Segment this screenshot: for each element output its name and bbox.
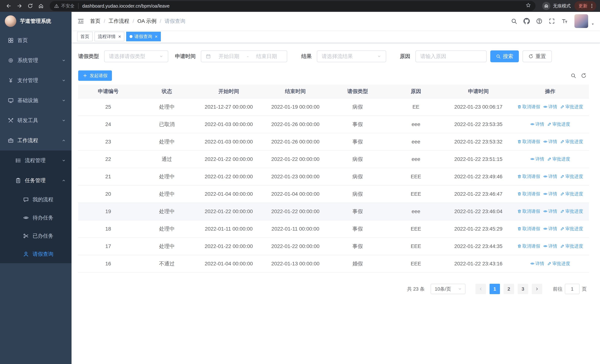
address-bar[interactable]: 不安全 dashboard.yudao.iocoder.cn/bpm/oa/le… [50,1,535,11]
tab-process-detail[interactable]: 流程详情× [94,32,124,41]
table-cell: EEE [386,220,445,238]
cancel-leave-link[interactable]: 取消请假 [517,208,540,214]
detail-link[interactable]: 详情 [530,121,544,127]
cancel-leave-link[interactable]: 取消请假 [517,104,540,110]
fullscreen-button[interactable] [545,12,558,30]
detail-link[interactable]: 详情 [543,208,557,214]
cancel-leave-link[interactable]: 取消请假 [517,243,540,249]
sidebar-menu: 首页系统管理支付管理基础设施研发工具工作流程流程管理任务管理我的流程待办任务已办… [0,30,72,263]
tab-leave-query[interactable]: 请假查询× [126,32,161,41]
page-button[interactable]: 3 [518,284,528,294]
approval-progress-link[interactable]: 审批进度 [560,173,583,179]
detail-link[interactable]: 详情 [543,173,557,179]
detail-link[interactable]: 详情 [530,261,544,267]
approval-progress-link[interactable]: 审批进度 [547,156,570,162]
tab-home[interactable]: 首页 [77,32,93,41]
table-cell: 2022-01-26 00:00:00 [262,133,329,150]
github-button[interactable] [520,12,533,30]
table-cell: 2022-01-22 23:53:32 [445,133,511,150]
create-leave-button[interactable]: 发起请假 [78,70,112,81]
apply-time-range-picker[interactable]: 开始日期 - 结束日期 [201,50,287,62]
font-size-button[interactable] [558,12,571,30]
sidebar-item-system-mgmt[interactable]: 系统管理 [0,50,72,70]
security-chip[interactable]: 不安全 [54,3,79,9]
caret-down-icon[interactable] [591,22,595,26]
table-cell: 22 [78,150,138,168]
table-cell: eee [386,203,445,220]
refresh-table-button[interactable] [579,70,589,81]
column-header: 申请时间 [445,84,511,98]
cancel-leave-link[interactable]: 取消请假 [517,139,540,145]
cancel-leave-link[interactable]: 取消请假 [517,173,540,179]
sidebar-item-leave-query[interactable]: 请假查询 [0,245,72,263]
breadcrumb-item[interactable]: 工作流程 [109,18,129,25]
sidebar-item-infrastructure[interactable]: 基础设施 [0,90,72,111]
help-button[interactable] [533,12,545,30]
sidebar-item-done-tasks[interactable]: 已办任务 [0,227,72,245]
close-icon[interactable]: × [118,34,121,39]
trash-icon [517,226,522,231]
sidebar-item-dev-tools[interactable]: 研发工具 [0,111,72,131]
search-button[interactable]: 搜索 [490,50,519,62]
detail-link[interactable]: 详情 [543,191,557,197]
column-header: 操作 [511,84,589,98]
approval-progress-link[interactable]: 审批进度 [560,139,583,145]
trash-icon [517,104,522,109]
sidebar-item-payment-mgmt[interactable]: 支付管理 [0,70,72,90]
close-icon[interactable]: × [155,34,158,39]
chevron-down-icon [62,118,66,123]
user-avatar[interactable] [574,14,588,28]
sidebar-item-workflow[interactable]: 工作流程 [0,131,72,150]
goto-page-input[interactable] [565,284,580,294]
breadcrumb-item[interactable]: 首页 [90,18,100,25]
sidebar-item-task-mgmt[interactable]: 任务管理 [0,170,72,191]
page-size-select[interactable]: 10条/页 [431,284,466,294]
approval-progress-link[interactable]: 审批进度 [560,208,583,214]
table-cell: 2022-01-22 00:00:00 [196,168,262,185]
browser-back-button[interactable] [4,1,14,11]
browser-home-button[interactable] [36,1,46,11]
reset-button[interactable]: 重置 [523,50,552,62]
approval-progress-link[interactable]: 审批进度 [560,226,583,232]
prev-page-button[interactable] [476,284,486,294]
toggle-search-button[interactable] [568,70,579,81]
sidebar-item-home[interactable]: 首页 [0,30,72,50]
approval-progress-link[interactable]: 审批进度 [547,121,570,127]
browser-reload-button[interactable] [25,1,35,11]
table-cell: 2022-01-22 23:43:16 [445,255,511,272]
approval-progress-link[interactable]: 审批进度 [547,261,570,267]
table-cell: 2022-01-22 23:46:47 [445,185,511,203]
sidebar-item-my-process[interactable]: 我的流程 [0,191,72,209]
detail-link[interactable]: 详情 [530,156,544,162]
sidebar-item-todo-tasks[interactable]: 待办任务 [0,209,72,227]
sidebar-item-process-mgmt[interactable]: 流程管理 [0,150,72,170]
result-select[interactable]: 请选择流结果 [317,50,386,62]
breadcrumb-item[interactable]: OA 示例 [138,18,157,25]
detail-link[interactable]: 详情 [543,104,557,110]
next-page-button[interactable] [532,284,542,294]
bookmark-star-button[interactable] [525,2,531,9]
reason-input[interactable] [415,50,487,62]
page-button[interactable]: 1 [489,284,500,294]
leave-type-placeholder: 请选择请假类型 [109,53,145,60]
cancel-leave-link[interactable]: 取消请假 [517,226,540,232]
page-button[interactable]: 2 [504,284,514,294]
kebab-menu-icon[interactable] [589,3,594,9]
browser-forward-button[interactable] [14,1,24,11]
start-date-placeholder: 开始日期 [213,53,244,60]
leave-type-select[interactable]: 请选择请假类型 [104,50,168,62]
approval-progress-link[interactable]: 审批进度 [560,104,583,110]
table-cell: 2022-01-22 23:49:46 [445,168,511,185]
approval-progress-link[interactable]: 审批进度 [560,243,583,249]
app-logo[interactable]: 芋道管理系统 [0,12,72,30]
header-search-button[interactable] [508,12,520,30]
sidebar-collapse-button[interactable] [72,12,90,30]
update-button[interactable]: 更新 [574,1,596,11]
cancel-leave-link[interactable]: 取消请假 [517,191,540,197]
update-label: 更新 [579,3,587,9]
detail-link[interactable]: 详情 [543,139,557,145]
approval-progress-link[interactable]: 审批进度 [560,191,583,197]
detail-link[interactable]: 详情 [543,226,557,232]
screen: 不安全 dashboard.yudao.iocoder.cn/bpm/oa/le… [0,0,600,364]
detail-link[interactable]: 详情 [543,243,557,249]
